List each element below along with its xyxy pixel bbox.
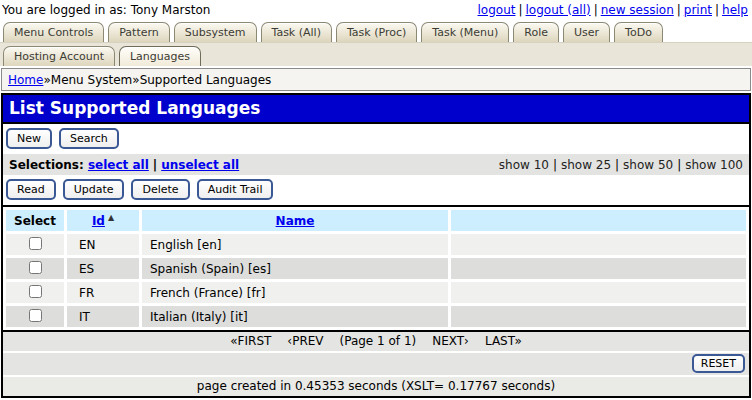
session-links: logout|logout (all)|new session|print|he…	[478, 3, 749, 17]
tab-task-proc[interactable]: Task (Proc)	[336, 22, 417, 42]
timing-bar: page created in 0.45353 seconds (XSLT= 0…	[3, 377, 749, 396]
pagination-prev: ‹PREV	[287, 334, 323, 348]
logout-link[interactable]: logout	[478, 3, 516, 17]
separator: |	[594, 3, 598, 17]
row-checkbox[interactable]	[29, 309, 42, 322]
tab-pattern[interactable]: Pattern	[108, 22, 170, 42]
pagination-first: «FIRST	[230, 334, 271, 348]
cell-extra	[451, 282, 746, 303]
tab-task-all[interactable]: Task (All)	[261, 22, 332, 42]
logout-all-link[interactable]: logout (all)	[526, 3, 591, 17]
tab-menu-controls[interactable]: Menu Controls	[3, 22, 104, 42]
pagination-bar: «FIRST‹PREV(Page 1 of 1)NEXT›LAST»	[3, 332, 749, 351]
show-100-link[interactable]: show 100	[685, 158, 743, 172]
audit-trail-button[interactable]: Audit Trail	[197, 179, 274, 200]
cell-extra	[451, 258, 746, 279]
breadcrumb: Home»Menu System»Supported Languages	[1, 68, 751, 91]
column-header-id: Id▲	[67, 210, 139, 231]
tab-subsystem[interactable]: Subsystem	[174, 22, 257, 42]
separator: |	[615, 158, 619, 172]
cell-id: FR	[67, 282, 139, 303]
separator: |	[677, 158, 681, 172]
breadcrumb-home-link[interactable]: Home	[8, 73, 43, 87]
selections-label: Selections:	[9, 158, 84, 172]
column-header-name: Name	[142, 210, 448, 231]
sort-by-id-link[interactable]: Id	[92, 214, 105, 228]
selections-left: Selections: select all|unselect all	[9, 158, 239, 172]
logged-in-user: Tony Marston	[131, 3, 211, 17]
reset-button[interactable]: RESET	[692, 354, 745, 373]
new-button[interactable]: New	[6, 128, 52, 149]
menu-tab-strip: Menu Controls Pattern Subsystem Task (Al…	[0, 18, 752, 42]
print-link[interactable]: print	[684, 3, 712, 17]
sort-ascending-icon: ▲	[108, 213, 114, 222]
cell-name: French (France) [fr]	[142, 282, 448, 303]
tab-role[interactable]: Role	[513, 22, 559, 42]
breadcrumb-separator: »	[132, 73, 139, 87]
update-button[interactable]: Update	[63, 179, 125, 200]
unselect-all-link[interactable]: unselect all	[161, 158, 239, 172]
data-table-section: Select Id▲ Name EN English [en] ES Spani…	[3, 205, 749, 332]
table-header-row: Select Id▲ Name	[6, 210, 746, 231]
tab-languages[interactable]: Languages	[119, 46, 201, 66]
column-header-select: Select	[6, 210, 64, 231]
breadcrumb-separator: »	[43, 73, 50, 87]
show-25-link[interactable]: show 25	[561, 158, 611, 172]
show-50-link[interactable]: show 50	[623, 158, 673, 172]
pagination-last: LAST»	[485, 334, 522, 348]
top-action-buttons: New Search	[3, 124, 749, 154]
logged-in-label: You are logged in as:	[2, 3, 127, 17]
select-all-link[interactable]: select all	[88, 158, 149, 172]
logged-in-text: You are logged in as: Tony Marston	[2, 3, 210, 17]
row-checkbox[interactable]	[29, 237, 42, 250]
cell-id: EN	[67, 234, 139, 255]
pagination-next: NEXT›	[432, 334, 469, 348]
separator: |	[153, 158, 157, 172]
cell-name: English [en]	[142, 234, 448, 255]
column-header-extra	[451, 210, 746, 231]
cell-extra	[451, 234, 746, 255]
row-action-buttons: Read Update Delete Audit Trail	[3, 175, 749, 205]
separator: |	[553, 158, 557, 172]
reset-bar: RESET	[3, 353, 749, 375]
help-link[interactable]: help	[722, 3, 748, 17]
tab-user[interactable]: User	[563, 22, 610, 42]
cell-id: IT	[67, 306, 139, 327]
show-options: show 10|show 25|show 50|show 100	[499, 158, 743, 172]
table-row: EN English [en]	[6, 234, 746, 255]
cell-name: Spanish (Spain) [es]	[142, 258, 448, 279]
tab-todo[interactable]: ToDo	[614, 22, 663, 42]
tab-task-menu[interactable]: Task (Menu)	[421, 22, 509, 42]
read-button[interactable]: Read	[6, 179, 56, 200]
main-panel: List Supported Languages New Search Sele…	[1, 93, 751, 398]
top-bar: You are logged in as: Tony Marston logou…	[0, 0, 752, 18]
pagination-page-info: (Page 1 of 1)	[340, 334, 417, 348]
separator: |	[518, 3, 522, 17]
table-row: ES Spanish (Spain) [es]	[6, 258, 746, 279]
cell-id: ES	[67, 258, 139, 279]
new-session-link[interactable]: new session	[601, 3, 674, 17]
show-10-link[interactable]: show 10	[499, 158, 549, 172]
cell-name: Italian (Italy) [it]	[142, 306, 448, 327]
table-row: IT Italian (Italy) [it]	[6, 306, 746, 327]
separator: |	[677, 3, 681, 17]
page-title: List Supported Languages	[3, 95, 749, 124]
table-row: FR French (France) [fr]	[6, 282, 746, 303]
separator: |	[715, 3, 719, 17]
languages-table: Select Id▲ Name EN English [en] ES Spani…	[3, 207, 749, 330]
breadcrumb-supported-languages: Supported Languages	[140, 73, 272, 87]
row-checkbox[interactable]	[29, 261, 42, 274]
sort-by-name-link[interactable]: Name	[276, 214, 315, 228]
delete-button[interactable]: Delete	[131, 179, 189, 200]
row-checkbox[interactable]	[29, 285, 42, 298]
breadcrumb-menu-system: Menu System	[51, 73, 133, 87]
search-button[interactable]: Search	[59, 128, 119, 149]
selections-bar: Selections: select all|unselect all show…	[3, 154, 749, 175]
tab-hosting-account[interactable]: Hosting Account	[3, 46, 115, 66]
sub-tab-strip: Hosting Account Languages	[0, 42, 752, 66]
cell-extra	[451, 306, 746, 327]
